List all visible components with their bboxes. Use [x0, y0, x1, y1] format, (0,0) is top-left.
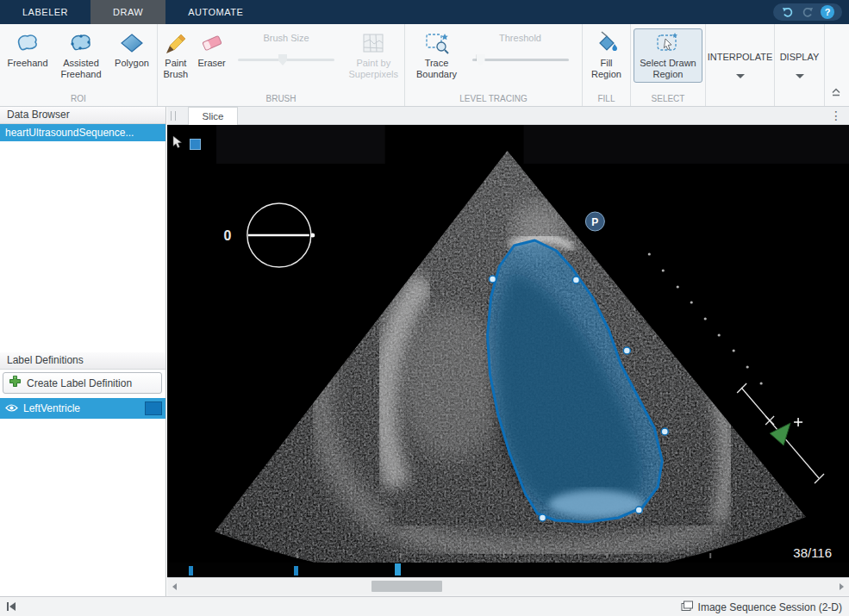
- tab-slice[interactable]: Slice: [188, 107, 238, 125]
- threshold-slider[interactable]: [472, 53, 569, 65]
- ribbon-section-select: Select Drawn Region SELECT: [631, 24, 706, 106]
- session-status: Image Sequence Session (2-D): [681, 600, 842, 615]
- ribbon-section-fill: Fill Region FILL: [583, 24, 631, 106]
- help-button[interactable]: ?: [821, 5, 834, 19]
- ribbon-filler: [825, 24, 849, 106]
- assisted-freehand-icon: [68, 31, 94, 55]
- ultrasound-view: 0 P 38/116: [167, 125, 849, 563]
- status-bar: Image Sequence Session (2-D): [0, 596, 849, 616]
- brush-section-label: BRUSH: [158, 93, 404, 106]
- roi-vertex[interactable]: [623, 347, 630, 354]
- labeled-frame-tick: [189, 566, 193, 576]
- freehand-button[interactable]: Freehand: [3, 28, 53, 72]
- assisted-freehand-button[interactable]: Assisted Freehand: [53, 28, 109, 83]
- roi-section-label: ROI: [0, 93, 157, 106]
- data-browser-item[interactable]: heartUltrasoundSequence...: [0, 124, 165, 141]
- kebab-menu-icon[interactable]: ⋮: [830, 108, 842, 124]
- undo-icon[interactable]: [781, 5, 795, 19]
- roi-vertex[interactable]: [539, 514, 546, 521]
- horizontal-scrollbar[interactable]: [167, 577, 849, 594]
- paint-brush-icon: [163, 31, 189, 55]
- interpolate-dropdown[interactable]: INTERPOLATE: [706, 24, 774, 106]
- threshold-slider-track: [472, 59, 569, 61]
- chevron-down-icon: [796, 74, 804, 78]
- polygon-button[interactable]: Polygon: [109, 28, 154, 72]
- brush-size-slider-thumb[interactable]: [278, 54, 287, 65]
- canvas-overlay-toolbar: [172, 135, 201, 152]
- label-definitions-header: Label Definitions: [0, 352, 165, 370]
- document-tabbar: Slice ⋮: [167, 107, 849, 125]
- label-color-swatch[interactable]: [145, 401, 162, 415]
- fill-region-icon: [594, 31, 620, 55]
- eraser-icon: [199, 31, 225, 55]
- svg-text:P: P: [591, 216, 598, 228]
- label-definition-row[interactable]: LeftVentricle: [0, 398, 165, 419]
- polygon-icon: [119, 31, 145, 55]
- ribbon-section-brush: Paint Brush Eraser Brush Size: [158, 24, 405, 106]
- frame-counter: 38/116: [793, 545, 832, 560]
- select-drawn-region-button[interactable]: Select Drawn Region: [634, 28, 702, 83]
- roi-vertex[interactable]: [661, 428, 668, 435]
- ribbon-section-interpolate: INTERPOLATE: [706, 24, 775, 106]
- quick-access-toolbar: ?: [773, 3, 842, 21]
- roi-vertex[interactable]: [572, 277, 579, 283]
- session-label: Image Sequence Session (2-D): [698, 601, 842, 613]
- scrollbar-thumb[interactable]: [371, 581, 442, 592]
- svg-text:0: 0: [223, 228, 231, 243]
- header-band-left: [216, 125, 385, 164]
- header-band-right: [523, 125, 849, 164]
- sidebar: Data Browser heartUltrasoundSequence... …: [0, 107, 166, 596]
- fill-region-button[interactable]: Fill Region: [584, 28, 629, 83]
- roi-vertex[interactable]: [635, 507, 642, 513]
- superpixels-icon: [361, 31, 385, 55]
- frame-timeline[interactable]: [167, 563, 849, 577]
- ribbon-section-roi: Freehand Assisted Freehand Polygon ROI: [0, 24, 158, 106]
- labeled-frame-tick: [294, 566, 298, 576]
- tab-labeler[interactable]: LABELER: [0, 0, 91, 24]
- scroll-right-button[interactable]: [834, 578, 849, 594]
- minimize-ribbon-button[interactable]: [830, 84, 842, 100]
- main-viewer: Slice ⋮: [167, 107, 849, 596]
- active-label-color-indicator[interactable]: [190, 139, 201, 150]
- toolstrip-tabbar: LABELER DRAW AUTOMATE ?: [0, 0, 849, 24]
- threshold-group: Threshold: [469, 30, 572, 65]
- threshold-label: Threshold: [499, 33, 541, 43]
- threshold-slider-thumb[interactable]: [477, 54, 485, 65]
- label-name: LeftVentricle: [23, 402, 140, 414]
- brush-size-label: Brush Size: [263, 33, 309, 43]
- freehand-icon: [15, 31, 41, 55]
- eraser-button[interactable]: Eraser: [194, 28, 230, 72]
- go-to-first-frame-icon[interactable]: [5, 600, 17, 616]
- display-dropdown[interactable]: DISPLAY: [775, 24, 824, 106]
- draw-ribbon: Freehand Assisted Freehand Polygon ROI: [0, 24, 849, 107]
- scroll-left-button[interactable]: [167, 578, 182, 594]
- create-label-definition-button[interactable]: Create Label Definition: [3, 372, 162, 394]
- level-tracing-section-label: LEVEL TRACING: [405, 93, 582, 106]
- roi-vertex[interactable]: [490, 276, 496, 283]
- green-plus-icon: [9, 375, 22, 391]
- brush-size-slider[interactable]: [238, 53, 334, 65]
- paint-by-superpixels-button[interactable]: Paint by Superpixels: [343, 28, 404, 83]
- session-icon: [681, 600, 694, 615]
- trace-boundary-icon: [424, 31, 450, 55]
- app-window: LABELER DRAW AUTOMATE ? Freehand: [0, 0, 849, 616]
- image-canvas[interactable]: 0 P 38/116: [167, 125, 849, 563]
- ribbon-section-level-tracing: Trace Boundary Threshold LEVEL TRACING: [405, 24, 583, 106]
- ribbon-section-display: DISPLAY: [775, 24, 825, 106]
- cursor-tool-icon[interactable]: [172, 135, 184, 152]
- trace-boundary-button[interactable]: Trace Boundary: [410, 28, 464, 83]
- paint-brush-button[interactable]: Paint Brush: [158, 28, 194, 83]
- eye-visible-icon[interactable]: [5, 401, 18, 416]
- redo-icon[interactable]: [801, 5, 815, 19]
- select-drawn-region-icon: [655, 31, 681, 55]
- chevron-down-icon: [736, 74, 745, 78]
- tab-automate[interactable]: AUTOMATE: [165, 0, 265, 24]
- current-frame-tick: [395, 563, 401, 576]
- select-section-label: SELECT: [631, 93, 705, 106]
- fill-section-label: FILL: [583, 93, 630, 106]
- panel-grip-icon[interactable]: [171, 111, 176, 121]
- data-browser-header: Data Browser: [0, 107, 165, 124]
- brush-size-group: Brush Size: [234, 30, 337, 65]
- p-marker: P: [585, 212, 604, 231]
- tab-draw[interactable]: DRAW: [91, 0, 165, 24]
